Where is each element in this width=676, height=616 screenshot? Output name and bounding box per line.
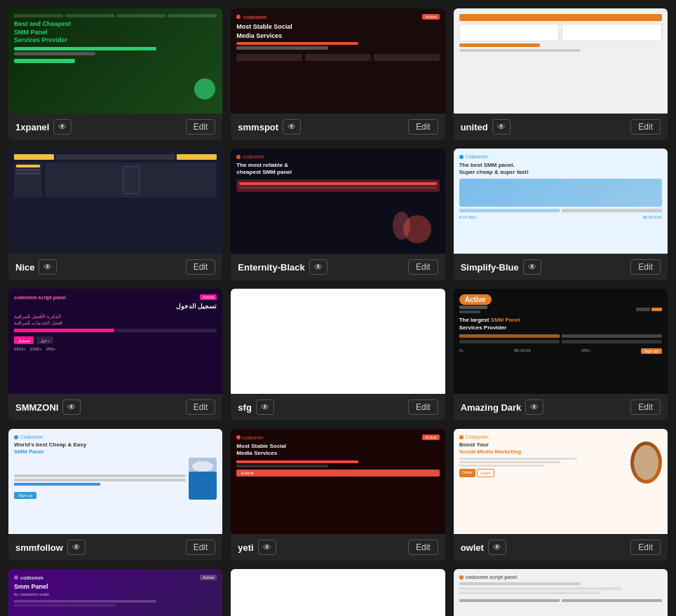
card-footer-owlet: owlet 👁 Edit	[454, 534, 668, 561]
thumbnail-yeti: codesmm Active Most Stable SocialMedia S…	[231, 429, 445, 534]
eye-icon-amazing-dark: 👁	[530, 402, 539, 412]
card-name-amazing-dark: Amazing Dark	[461, 402, 522, 413]
thumbnail-smmzoni: codesmm script panel Active تسجيل الدخول…	[8, 289, 222, 394]
card-sfg: sfg 👁 Edit	[231, 289, 445, 420]
thumbnail-smmspot: codesmm Active Most Stable SocialMedia S…	[231, 8, 445, 114]
edit-button-sfg[interactable]: Edit	[408, 399, 438, 415]
eye-icon-yeti: 👁	[263, 542, 271, 552]
card-p15: codesmm script panel 👁 Edit	[454, 569, 668, 616]
card-footer-nice: Nice 👁 Edit	[8, 254, 222, 280]
card-name-area-united: united 👁	[461, 119, 511, 135]
edit-button-smmzoni[interactable]: Edit	[186, 399, 216, 415]
thumbnail-p15: codesmm script panel	[454, 569, 668, 616]
edit-button-smmspot[interactable]: Edit	[408, 119, 438, 135]
thumbnail-owlet: Codepslim Boost YourSocial Media Marketi…	[454, 429, 668, 534]
card-footer-1xpanel: 1xpanel 👁 Edit	[8, 114, 222, 140]
card-name-sfg: sfg	[238, 402, 252, 413]
active-badge-amazing-dark: Active	[459, 294, 492, 305]
card-name-smmspot: smmspot	[238, 122, 278, 132]
eye-icon-owlet: 👁	[493, 542, 501, 552]
thumbnail-united	[454, 8, 668, 114]
card-smmfollow: Codesmm World's best Cheap & EasySMM Pan…	[8, 429, 222, 561]
card-name-area-smmspot: smmspot 👁	[238, 119, 301, 135]
edit-button-smmfollow[interactable]: Edit	[186, 540, 216, 555]
eye-button-simplify-blue[interactable]: 👁	[523, 259, 541, 275]
card-name-owlet: owlet	[461, 542, 484, 553]
card-simplify-blue: Codesmm The best SMM panel.Super cheap &…	[454, 149, 668, 280]
card-footer-amazing-dark: Amazing Dark 👁 Edit	[454, 394, 668, 420]
thumbnail-amazing-dark: Active The largest SMM PanelServices Pro…	[454, 289, 668, 394]
edit-button-1xpanel[interactable]: Edit	[186, 119, 216, 135]
thumbnail-p13: codesmm Active Smm Panel by codesmm scri…	[8, 569, 222, 616]
eye-icon-smmzoni: 👁	[67, 402, 76, 412]
card-name-yeti: yeti	[238, 542, 253, 553]
thumbnail-sfg	[231, 289, 445, 394]
card-footer-enternity-black: Enternity-Black 👁 Edit	[231, 254, 445, 280]
eye-icon-sfg: 👁	[261, 402, 269, 412]
card-footer-smmzoni: SMMZONI 👁 Edit	[8, 394, 222, 420]
card-enternity-black: codesmm The most reliable &cheapest SMM …	[231, 149, 445, 280]
edit-button-nice[interactable]: Edit	[186, 259, 216, 275]
card-smmzoni: codesmm script panel Active تسجيل الدخول…	[8, 289, 222, 420]
edit-button-yeti[interactable]: Edit	[408, 540, 438, 555]
card-amazing-dark: Active The largest SMM PanelServices Pro…	[454, 289, 668, 420]
eye-button-enternity-black[interactable]: 👁	[309, 259, 327, 275]
card-p14: 👁 Edit	[231, 569, 445, 616]
card-name-area-smmzoni: SMMZONI 👁	[15, 399, 81, 415]
eye-button-smmspot[interactable]: 👁	[283, 119, 301, 135]
card-footer-smmspot: smmspot 👁 Edit	[231, 114, 445, 140]
eye-icon-simplify-blue: 👁	[528, 262, 536, 272]
card-footer-sfg: sfg 👁 Edit	[231, 394, 445, 420]
thumbnail-smmfollow: Codesmm World's best Cheap & EasySMM Pan…	[8, 429, 222, 534]
card-name-area-simplify-blue: Simplify-Blue 👁	[461, 259, 541, 275]
card-footer-smmfollow: smmfollow 👁 Edit	[8, 534, 222, 561]
card-name-area-yeti: yeti 👁	[238, 540, 276, 555]
card-footer-simplify-blue: Simplify-Blue 👁 Edit	[454, 254, 668, 280]
card-name-nice: Nice	[15, 262, 34, 273]
eye-icon-1xpanel: 👁	[58, 122, 67, 132]
card-name-enternity-black: Enternity-Black	[238, 262, 304, 273]
eye-button-owlet[interactable]: 👁	[488, 540, 506, 555]
eye-button-amazing-dark[interactable]: 👁	[525, 399, 543, 415]
card-name-area-owlet: owlet 👁	[461, 540, 506, 555]
card-united: united 👁 Edit	[454, 8, 668, 140]
thumbnail-1xpanel: Best and CheapestSMM PanelServices Provi…	[8, 8, 222, 114]
eye-button-smmzoni[interactable]: 👁	[62, 399, 81, 415]
card-1xpanel: Best and CheapestSMM PanelServices Provi…	[8, 8, 222, 140]
card-footer-united: united 👁 Edit	[454, 114, 668, 140]
thumbnail-simplify-blue: Codesmm The best SMM panel.Super cheap &…	[454, 149, 668, 254]
thumbnail-p14	[231, 569, 445, 616]
card-name-area-nice: Nice 👁	[15, 259, 57, 275]
eye-icon-enternity-black: 👁	[314, 262, 323, 272]
card-smmspot: codesmm Active Most Stable SocialMedia S…	[231, 8, 445, 140]
eye-icon-smmspot: 👁	[288, 122, 296, 132]
eye-button-smmfollow[interactable]: 👁	[67, 540, 86, 555]
card-name-smmfollow: smmfollow	[15, 542, 63, 553]
card-name-united: united	[461, 122, 488, 132]
thumbnail-enternity-black: codesmm The most reliable &cheapest SMM …	[231, 149, 445, 254]
card-name-1xpanel: 1xpanel	[15, 122, 49, 132]
eye-button-united[interactable]: 👁	[492, 119, 511, 135]
card-p13: codesmm Active Smm Panel by codesmm scri…	[8, 569, 222, 616]
eye-icon-smmfollow: 👁	[72, 542, 81, 552]
edit-button-united[interactable]: Edit	[630, 119, 661, 135]
card-name-area-smmfollow: smmfollow 👁	[15, 540, 86, 555]
card-yeti: codesmm Active Most Stable SocialMedia S…	[231, 429, 445, 561]
edit-button-enternity-black[interactable]: Edit	[408, 259, 438, 275]
eye-button-1xpanel[interactable]: 👁	[53, 119, 72, 135]
eye-button-sfg[interactable]: 👁	[256, 399, 274, 415]
eye-button-yeti[interactable]: 👁	[258, 540, 276, 555]
card-name-area-amazing-dark: Amazing Dark 👁	[461, 399, 544, 415]
eye-icon-united: 👁	[497, 122, 506, 132]
edit-button-owlet[interactable]: Edit	[630, 540, 661, 555]
card-name-simplify-blue: Simplify-Blue	[461, 262, 519, 273]
eye-icon-nice: 👁	[43, 262, 52, 272]
eye-button-nice[interactable]: 👁	[39, 259, 57, 275]
thumbnail-nice	[8, 149, 222, 254]
card-name-smmzoni: SMMZONI	[15, 402, 58, 413]
edit-button-simplify-blue[interactable]: Edit	[630, 259, 661, 275]
edit-button-amazing-dark[interactable]: Edit	[630, 399, 661, 415]
card-owlet: Codepslim Boost YourSocial Media Marketi…	[454, 429, 668, 561]
card-name-area-enternity-black: Enternity-Black 👁	[238, 259, 327, 275]
card-name-area-sfg: sfg 👁	[238, 399, 274, 415]
